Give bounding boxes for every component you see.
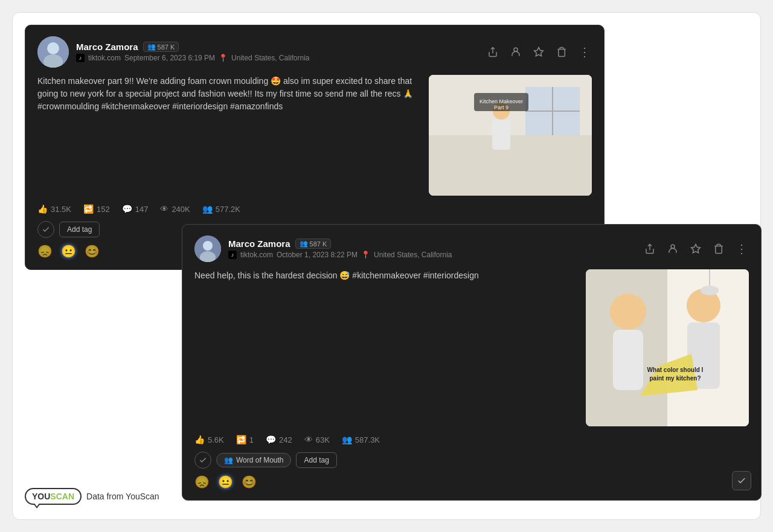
svg-point-18	[203, 241, 213, 251]
logo-bubble: YOU SCAN	[25, 488, 82, 505]
svg-text:Part 9: Part 9	[494, 104, 508, 111]
confirm-button-2[interactable]	[732, 471, 751, 490]
stat-views-2: 👁 63K	[304, 435, 330, 444]
emoji-neutral-1[interactable]: 😐	[61, 244, 76, 258]
trash-button-1[interactable]	[554, 45, 569, 59]
reposts-icon-2: 🔁	[236, 435, 246, 444]
card-2-user-info: Marco Zamora 👥 587 K ♪ tiktok.com Octobe…	[194, 236, 452, 262]
person-button-1[interactable]	[508, 45, 523, 59]
views-icon-2: 👁	[304, 435, 313, 444]
stat-followers2-2: 👥 587.3K	[342, 435, 380, 444]
trash-button-2[interactable]	[711, 242, 726, 256]
user-name-row-1: Marco Zamora 👥 587 K	[76, 42, 310, 52]
card-2-text: Need help, this is the hardest decision …	[194, 269, 576, 426]
likes-icon-2: 👍	[194, 435, 205, 444]
footer-text: Data from YouScan	[86, 492, 159, 501]
user-info-2: Marco Zamora 👥 587 K ♪ tiktok.com Octobe…	[228, 239, 452, 259]
user-name-row-2: Marco Zamora 👥 587 K	[228, 239, 452, 249]
stat-followers2-1: 👥 577.2K	[202, 204, 240, 214]
stat-reposts-2: 🔁 1	[236, 435, 254, 444]
svg-text:paint my kitchen?: paint my kitchen?	[649, 375, 701, 382]
stat-comments-1: 💬 147	[122, 204, 149, 214]
tiktok-icon-2: ♪	[228, 251, 237, 259]
svg-text:What color should I: What color should I	[647, 367, 704, 373]
check-circle-2[interactable]	[194, 452, 211, 469]
svg-marker-4	[534, 48, 544, 56]
likes-icon-1: 👍	[37, 204, 48, 214]
user-name-1: Marco Zamora	[76, 42, 138, 52]
cards-area: Marco Zamora 👥 587 K ♪ tiktok.com Septem…	[25, 25, 748, 483]
logo-you: YOU	[32, 492, 50, 501]
main-container: Marco Zamora 👥 587 K ♪ tiktok.com Septem…	[12, 12, 761, 520]
emoji-sad-1[interactable]: 😞	[37, 244, 53, 258]
comments-icon-1: 💬	[122, 204, 132, 214]
views-icon-1: 👁	[160, 204, 168, 214]
emoji-happy-2[interactable]: 😊	[242, 475, 257, 489]
tiktok-icon-1: ♪	[76, 54, 85, 62]
svg-point-3	[514, 48, 518, 51]
more-button-1[interactable]: ⋮	[577, 45, 592, 59]
svg-point-35	[701, 286, 719, 295]
svg-marker-21	[691, 245, 701, 253]
logo-tail-inner	[34, 502, 40, 507]
follower-badge-1: 👥 587 K	[143, 42, 179, 52]
share-button-2[interactable]	[643, 242, 657, 256]
svg-rect-27	[613, 330, 643, 390]
stat-comments-2: 💬 242	[266, 435, 292, 444]
card-2-emoji-row: 😞 😐 😊	[194, 475, 749, 489]
pin-icon-2: 📍	[361, 251, 370, 259]
followers2-icon-2: 👥	[342, 435, 352, 444]
card-1-body: Kitchen makeover part 9!! We're adding f…	[37, 75, 592, 196]
card-1-actions: ⋮	[486, 45, 592, 59]
add-tag-button-2[interactable]: Add tag	[296, 452, 336, 468]
stat-likes-2: 👍 5.6K	[194, 435, 224, 444]
avatar-2	[194, 236, 221, 262]
card-2-body: Need help, this is the hardest decision …	[194, 269, 749, 426]
person-button-2[interactable]	[666, 242, 680, 256]
post-card-2: Marco Zamora 👥 587 K ♪ tiktok.com Octobe…	[182, 224, 762, 501]
follower-badge-2: 👥 587 K	[295, 239, 332, 249]
tag-people-icon: 👥	[224, 456, 233, 464]
stat-views-1: 👁 240K	[160, 204, 190, 214]
comments-icon-2: 💬	[266, 435, 276, 444]
card-2-stats: 👍 5.6K 🔁 1 💬 242 👁 63K 👥 587.3K	[194, 435, 749, 444]
card-2-header: Marco Zamora 👥 587 K ♪ tiktok.com Octobe…	[194, 236, 749, 262]
followers-icon-1: 👥	[147, 43, 156, 51]
followers-icon-2: 👥	[300, 240, 308, 248]
emoji-sad-2[interactable]: 😞	[194, 475, 210, 489]
emoji-neutral-2[interactable]: 😐	[218, 475, 233, 489]
svg-point-26	[610, 293, 646, 330]
card-2-actions: ⋮	[643, 242, 749, 256]
check-circle-1[interactable]	[37, 221, 54, 238]
user-info-1: Marco Zamora 👥 587 K ♪ tiktok.com Septem…	[76, 42, 310, 62]
meta-row-2: ♪ tiktok.com October 1, 2023 8:22 PM 📍 U…	[228, 251, 452, 259]
followers2-icon-1: 👥	[202, 204, 213, 214]
share-button-1[interactable]	[486, 45, 500, 59]
card-1-stats: 👍 31.5K 🔁 152 💬 147 👁 240K 👥 577.	[37, 204, 592, 214]
more-button-2[interactable]: ⋮	[734, 242, 749, 256]
svg-point-1	[47, 42, 59, 54]
meta-row-1: ♪ tiktok.com September 6, 2023 6:19 PM 📍…	[76, 54, 310, 62]
card-1-header: Marco Zamora 👥 587 K ♪ tiktok.com Septem…	[37, 36, 592, 68]
card-2-tags-row: 👥 Word of Mouth Add tag	[194, 452, 749, 469]
youscan-logo: YOU SCAN	[25, 488, 82, 505]
card-1-image: Kitchen Makeover Part 9	[429, 75, 592, 196]
star-button-1[interactable]	[531, 45, 546, 59]
reposts-icon-1: 🔁	[83, 204, 94, 214]
word-of-mouth-tag[interactable]: 👥 Word of Mouth	[216, 453, 291, 467]
card-1-user-info: Marco Zamora 👥 587 K ♪ tiktok.com Septem…	[37, 36, 310, 68]
card-2-image: What color should I paint my kitchen?	[586, 269, 749, 426]
stat-likes-1: 👍 31.5K	[37, 204, 71, 214]
add-tag-button-1[interactable]: Add tag	[59, 222, 100, 237]
svg-text:Kitchen Makeover: Kitchen Makeover	[480, 98, 523, 104]
svg-point-20	[671, 245, 675, 248]
emoji-happy-1[interactable]: 😊	[85, 244, 100, 258]
avatar-1	[37, 36, 69, 68]
card-1-text: Kitchen makeover part 9!! We're adding f…	[37, 75, 419, 196]
star-button-2[interactable]	[688, 242, 703, 256]
pin-icon-1: 📍	[219, 54, 228, 62]
stat-reposts-1: 🔁 152	[83, 204, 110, 214]
logo-scan: SCAN	[50, 492, 74, 501]
user-name-2: Marco Zamora	[228, 239, 290, 249]
